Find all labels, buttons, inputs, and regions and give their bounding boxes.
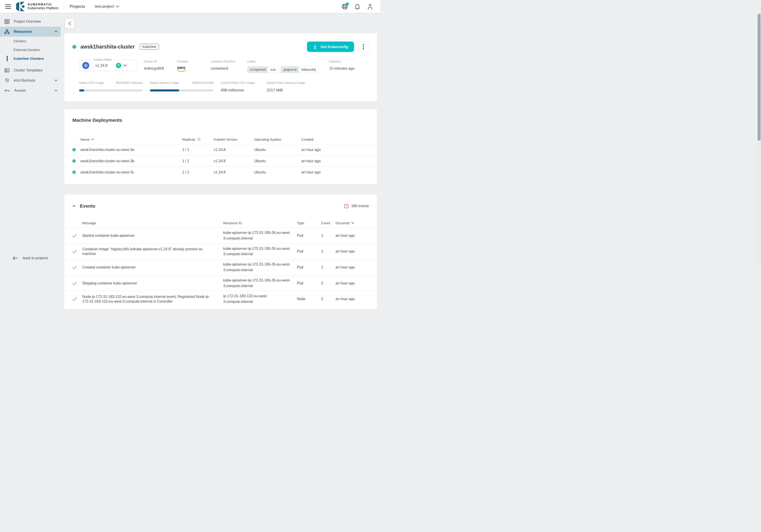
template-card-icon [5, 68, 9, 73]
label-key: project-id [281, 67, 299, 73]
kubermatic-logo [16, 1, 26, 12]
md-operating-system: Ubuntu [254, 170, 301, 174]
chevron-left-icon [69, 21, 71, 26]
event-count: 1 [321, 265, 334, 266]
event-resource-id: kube-apiserver-ip-172-31-185-35.eu-west-… [223, 259, 295, 266]
column-name-sort[interactable]: Name [81, 137, 182, 141]
back-to-projects-link[interactable]: back to projects [0, 256, 61, 266]
project-selector-value: test-project [95, 4, 114, 9]
hamburger-menu-icon[interactable] [4, 2, 13, 11]
events-title: Events [80, 203, 95, 209]
sidebar-item-label: Resources [14, 30, 50, 34]
back-button[interactable] [64, 18, 75, 29]
machine-deployment-row[interactable]: awsk1harshita-cluster-eu-west-3b 1 / 1 v… [64, 155, 377, 167]
events-table-header: Message Resource ID Type Count Occurred [64, 218, 377, 228]
md-created: an hour ago [301, 148, 369, 152]
brand-subtitle: Kubernetes Platform [28, 6, 59, 10]
sidebar-item-cluster-templates[interactable]: Cluster Templates [0, 65, 61, 75]
column-label: Occurred [335, 221, 349, 225]
label-key: is-imported [248, 67, 268, 73]
event-count: 1 [321, 234, 334, 238]
sidebar-item-label: KubeOne Clusters [14, 57, 44, 61]
md-replicas: 1 / 1 [182, 159, 214, 163]
column-operating-system: Operating System [254, 137, 301, 141]
sidebar-item-kubeone-clusters[interactable]: KubeOne Clusters [0, 54, 61, 63]
machine-deployments-table-header: Name Replicas i Kubelet Version Operatin… [64, 134, 377, 144]
machine-deployment-row[interactable]: awsk1harshita-cluster-eu-west-3c 1 / 1 v… [64, 167, 377, 178]
events-collapse-chevron[interactable] [72, 205, 76, 207]
column-label: Resource ID [223, 221, 242, 225]
md-kubelet-version: v1.24.8 [214, 170, 254, 174]
cluster-actions-menu-button[interactable] [358, 41, 369, 52]
project-selector-dropdown[interactable]: test-project [95, 4, 119, 9]
kubernetes-icon-cell [79, 60, 92, 71]
column-label: Name [81, 137, 89, 141]
get-kubeconfig-button[interactable]: Get Kubeconfig [307, 41, 354, 52]
control-plane-version-selector[interactable]: Control Plane [79, 60, 137, 71]
events-count-badge: 166 events [344, 204, 369, 208]
event-row[interactable]: Created container kube-apiserver kube-ap… [64, 259, 377, 266]
sidebar-item-etcd-backups[interactable]: etcd Backups [0, 75, 61, 85]
event-occurred: an hour ago [335, 249, 369, 253]
sidebar-item-clusters[interactable]: Clusters [0, 37, 61, 45]
cp-memory-usage-label: Control Plane Memory Usage [266, 81, 305, 84]
main-content: awsk1harshita-cluster KubeOne Get Kubeco… [64, 13, 377, 266]
event-row[interactable]: Started container kube-apiserver kube-ap… [64, 228, 377, 243]
sidebar-item-resources[interactable]: Resources [0, 27, 61, 37]
version-dropdown-chevron[interactable] [123, 64, 127, 67]
user-account-button[interactable] [365, 2, 375, 11]
nodes-memory-label: Nodes Memory Usage [150, 81, 179, 84]
machine-deployment-row[interactable]: awsk1harshita-cluster-eu-west-3a 1 / 1 v… [64, 144, 377, 155]
help-button[interactable] [340, 2, 349, 11]
event-resource-id: kube-apiserver-ip-172-31-185-35.eu-west-… [223, 244, 295, 259]
event-message: Container image "registry.k8s.io/kube-ap… [82, 244, 221, 259]
kubernetes-icon [82, 62, 89, 69]
md-operating-system: Ubuntu [254, 148, 301, 152]
history-clock-icon [5, 78, 9, 83]
machine-deployments-card: Machine Deployments Name Replicas i Kube… [64, 109, 377, 185]
label-chip: is-imported true [247, 66, 278, 73]
sidebar-item-access[interactable]: Access [0, 85, 61, 95]
column-kubelet-version: Kubelet Version [214, 137, 254, 141]
labels-label: Labels [247, 60, 319, 63]
container-runtime-value: containerd [211, 66, 241, 71]
sidebar-item-label: Cluster Templates [14, 68, 58, 72]
chevron-down-icon [54, 79, 58, 81]
control-plane-version: v1.24.9 [95, 63, 107, 68]
nodes-cpu-bar [79, 89, 84, 91]
active-indicator [7, 56, 8, 61]
sidebar-item-label: External Clusters [14, 48, 40, 52]
label-value: true [268, 67, 278, 73]
md-name: awsk1harshita-cluster-eu-west-3c [81, 170, 182, 174]
md-operating-system: Ubuntu [254, 159, 301, 163]
sidebar-item-external-clusters[interactable]: External Clusters [0, 45, 61, 54]
cp-cpu-usage-label: Control Plane CPU Usage [221, 81, 260, 84]
event-row[interactable]: Container image "registry.k8s.io/kube-ap… [64, 243, 377, 259]
event-occurred: an hour ago [335, 234, 369, 238]
notifications-bell-button[interactable] [353, 2, 362, 11]
upgrade-available-icon[interactable] [116, 63, 121, 68]
md-created: an hour ago [301, 159, 369, 163]
event-resource-id: kube-apiserver-ip-172-31-185-35.eu-west-… [223, 228, 295, 243]
sidebar-item-label: Clusters [14, 39, 26, 43]
label-value: 6ttbwrs96j [299, 67, 318, 73]
aws-provider-logo: aws [177, 65, 185, 72]
chevron-down-icon [54, 89, 58, 91]
warning-icon [344, 204, 349, 208]
nodes-cpu-value: 894/10800 millicores [116, 81, 143, 84]
status-healthy-icon [72, 159, 76, 163]
back-to-projects-label: back to projects [23, 256, 48, 260]
md-replicas: 1 / 1 [182, 148, 214, 152]
column-occurred-sort[interactable]: Occurred [335, 221, 369, 225]
column-message: Message [82, 221, 221, 225]
column-label: Operating System [254, 137, 281, 141]
replicas-info-icon[interactable]: i [197, 137, 201, 141]
provider-label: Provider [177, 60, 204, 63]
cluster-id-label: Cluster ID [144, 60, 170, 63]
event-occurred: an hour ago [335, 265, 369, 266]
event-type: Pod [297, 249, 320, 253]
cp-cpu-usage-value: 499 millicores [221, 88, 260, 92]
sidebar-item-project-overview[interactable]: Project Overview [0, 17, 61, 27]
nodes-memory-usage-meter: Nodes Memory Usage 9855/21378 MiB [150, 81, 213, 92]
event-type: Pod [297, 234, 320, 238]
